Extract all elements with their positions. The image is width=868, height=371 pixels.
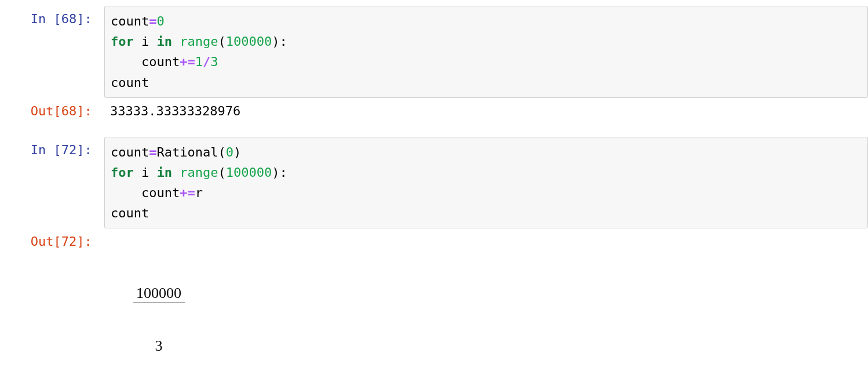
code-token: Rational (156, 145, 218, 159)
code-token: for (111, 34, 134, 49)
code-token: 0 (156, 14, 164, 28)
notebook-cell: In [68]: count=0 for i in range(100000):… (0, 6, 868, 132)
code-token: 0 (226, 145, 234, 159)
code-token: in (157, 34, 173, 49)
code-token (134, 165, 141, 180)
code-token: i (141, 165, 149, 180)
code-token: 1 (195, 54, 203, 69)
output-row: Out[72]: 100000 3 (0, 228, 868, 371)
code-token (149, 34, 156, 49)
code-token: count (141, 54, 180, 69)
code-token: ( (218, 34, 225, 49)
code-token: ( (218, 165, 225, 180)
code-token (172, 165, 180, 180)
output-row: Out[68]: 33333.33333328976 (0, 98, 868, 132)
code-token: : (279, 165, 287, 180)
code-token (172, 34, 180, 49)
code-token: range (180, 34, 218, 49)
code-token: ) (272, 34, 279, 49)
output-text: 33333.33333328976 (104, 98, 868, 132)
code-token: = (149, 14, 156, 28)
code-token: : (279, 34, 287, 49)
code-token: count (111, 75, 149, 90)
code-token: for (111, 165, 134, 180)
code-token (134, 34, 141, 49)
code-token (111, 54, 141, 69)
code-token (149, 165, 156, 180)
fraction-numerator: 100000 (133, 285, 185, 304)
code-token (111, 186, 141, 200)
fraction-denominator: 3 (133, 337, 185, 355)
output-prompt: Out[68]: (0, 98, 104, 121)
code-token: r (195, 186, 203, 200)
code-token: += (180, 186, 195, 200)
code-token: 100000 (226, 165, 272, 180)
code-token: count (141, 186, 180, 200)
code-token: count (111, 206, 149, 220)
output-prompt: Out[72]: (0, 228, 104, 251)
code-token: ) (234, 145, 241, 159)
code-token: count (111, 145, 149, 159)
notebook-cell: In [72]: count=Rational(0) for i in rang… (0, 137, 868, 371)
code-token: count (111, 14, 149, 28)
code-input[interactable]: count=Rational(0) for i in range(100000)… (104, 137, 868, 229)
code-token: ( (218, 145, 225, 159)
code-token: range (180, 165, 218, 180)
code-token: = (149, 145, 156, 159)
input-row: In [68]: count=0 for i in range(100000):… (0, 6, 868, 98)
input-prompt: In [72]: (0, 137, 104, 159)
code-token: / (203, 54, 210, 69)
code-token: in (157, 165, 173, 180)
input-row: In [72]: count=Rational(0) for i in rang… (0, 137, 868, 229)
fraction: 100000 3 (133, 252, 185, 371)
input-prompt: In [68]: (0, 6, 104, 28)
output-latex: 100000 3 (104, 228, 868, 371)
code-token: 3 (210, 54, 218, 69)
code-token: i (141, 34, 149, 49)
code-input[interactable]: count=0 for i in range(100000): count+=1… (104, 6, 868, 98)
code-token: ) (272, 165, 279, 180)
code-token: 100000 (226, 34, 272, 49)
code-token: += (180, 54, 195, 69)
